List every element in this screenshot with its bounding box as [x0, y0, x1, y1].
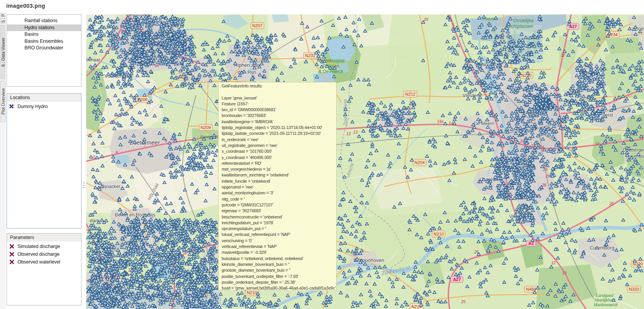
- svg-text:12: 12: [551, 261, 556, 265]
- svg-text:& De Haeck: & De Haeck: [318, 69, 344, 74]
- svg-text:13: 13: [346, 132, 351, 136]
- svg-text:5: 5: [452, 23, 455, 27]
- svg-text:Culemborg: Culemborg: [590, 245, 614, 251]
- svg-text:N204: N204: [415, 160, 425, 165]
- svg-text:29: 29: [543, 168, 548, 172]
- svg-text:De Meern: De Meern: [474, 121, 495, 126]
- svg-text:N333: N333: [629, 287, 639, 292]
- svg-text:N210: N210: [247, 290, 257, 295]
- svg-text:Oostelijke: Oostelijke: [513, 18, 534, 23]
- svg-text:32: 32: [561, 53, 565, 58]
- svg-text:Mariënwaerdt: Mariënwaerdt: [594, 303, 618, 307]
- svg-text:29: 29: [545, 174, 550, 178]
- svg-text:19: 19: [595, 142, 600, 146]
- svg-text:13: 13: [562, 271, 567, 275]
- svg-text:14a: 14a: [437, 119, 444, 124]
- svg-text:25: 25: [461, 300, 466, 304]
- svg-text:Landgoed: Landgoed: [596, 293, 614, 298]
- svg-text:13: 13: [353, 130, 358, 134]
- svg-text:Pijnacker: Pijnacker: [101, 184, 120, 189]
- svg-text:N210: N210: [434, 232, 444, 236]
- svg-text:N207: N207: [252, 23, 262, 28]
- svg-text:N212: N212: [405, 92, 415, 96]
- svg-text:29: 29: [424, 17, 429, 22]
- svg-text:N209: N209: [201, 125, 211, 130]
- svg-text:6: 6: [116, 150, 118, 155]
- svg-text:26: 26: [609, 202, 614, 206]
- svg-text:A27: A27: [453, 277, 461, 282]
- svg-text:N231: N231: [305, 53, 315, 58]
